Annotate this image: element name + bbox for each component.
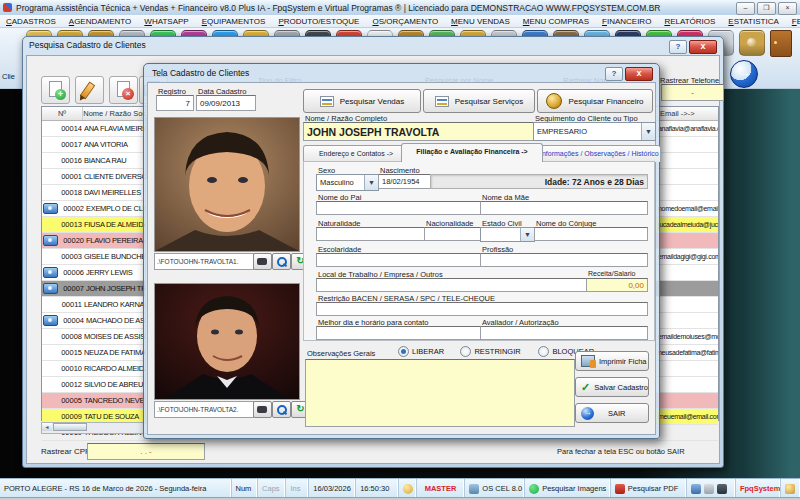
monitor-icon[interactable] [717, 484, 727, 494]
table-row[interactable]: 00016BIANCA RAU [42, 153, 154, 169]
sexo-combobox[interactable]: Masculino ▼ [316, 174, 379, 191]
contato-field[interactable] [316, 326, 482, 340]
new-record-button[interactable]: + [41, 76, 70, 104]
table-row[interactable]: 00002EXEMPLO DE CLIENTE [42, 201, 154, 217]
save-record-button[interactable]: ✓ Salvar Cadastro [575, 377, 649, 397]
track-cpf-input[interactable]: . . - [87, 443, 205, 460]
trabalho-field[interactable] [316, 278, 590, 292]
edit-record-button[interactable] [75, 76, 104, 104]
client-email[interactable] [656, 265, 718, 281]
menu-relat-rios[interactable]: RELATÓRIOS [664, 17, 715, 26]
naturalidade-field[interactable] [316, 227, 428, 241]
camera-button[interactable] [253, 253, 272, 270]
client-email[interactable]: nomedoemail@email.com.br [656, 201, 718, 217]
radio-restringir[interactable]: RESTRINGIR [460, 346, 520, 357]
dialog-close-button[interactable]: x [625, 67, 653, 81]
radio-liberar[interactable]: LIBERAR [398, 346, 444, 357]
table-row[interactable]: 00007JOHN JOSEPH TRAVOLTA [42, 281, 154, 297]
client-email[interactable] [656, 361, 718, 377]
menu-equipamentos[interactable]: EQUIPAMENTOS [202, 17, 266, 26]
zoom-photo-button[interactable] [272, 401, 291, 418]
client-email[interactable]: neusadefatima@fatima.com.br [656, 345, 718, 361]
conjuge-field[interactable] [534, 227, 648, 241]
segment-combobox[interactable]: EMPRESARIO ▼ [533, 122, 656, 141]
tab-1[interactable]: Filiação e Avaliação Financeira -> [401, 143, 543, 162]
client-email[interactable] [656, 233, 718, 249]
client-email[interactable]: anaflavia@anaflavia.com.br [656, 121, 718, 137]
table-row[interactable]: 00020FLAVIO PEREIRA QUADRA [42, 233, 154, 249]
table-row[interactable]: 00006JERRY LEWIS [42, 265, 154, 281]
avaliador-field[interactable] [480, 326, 648, 340]
menu-whatsapp[interactable]: WHATSAPP [144, 17, 188, 26]
client-email[interactable] [656, 153, 718, 169]
table-row[interactable]: 00008MOISES DE ASSIS [42, 329, 154, 345]
data-cadastro-field[interactable]: 09/09/2013 [196, 95, 256, 111]
client-email[interactable] [656, 393, 718, 409]
menu-os-or-amento[interactable]: OS/ORÇAMENTO [372, 17, 438, 26]
client-email[interactable] [656, 297, 718, 313]
search-images-button[interactable]: Pesquisar Imagens [525, 479, 611, 498]
table-row[interactable]: 00005TANCREDO NEVES [42, 393, 154, 409]
exit-door-icon[interactable] [770, 30, 792, 57]
client-email[interactable]: emaildemoiuses@moises.com.b [656, 329, 718, 345]
track-phone-input[interactable]: - [661, 84, 724, 101]
client-email[interactable] [656, 169, 718, 185]
chevron-down-icon[interactable]: ▼ [641, 123, 655, 140]
table-row[interactable]: 00015NEUZA DE FATIMA DA SIL [42, 345, 154, 361]
chevron-down-icon[interactable]: ▼ [364, 175, 378, 190]
table-row[interactable]: 00012SILVIO DE ABREU [42, 377, 154, 393]
estado-civil-combobox[interactable]: ▼ [480, 227, 535, 242]
menu-cadastros[interactable]: CADASTROS [6, 17, 56, 26]
go-arrow-button[interactable]: → [730, 60, 758, 88]
registro-field[interactable]: 7 [156, 95, 194, 111]
menu-menu-vendas[interactable]: MENU VENDAS [451, 17, 510, 26]
table-row[interactable]: 00001CLIENTE DIVERSOS [42, 169, 154, 185]
search-financial-button[interactable]: Pesquisar Financeiro [537, 89, 653, 113]
table-row[interactable]: 00004MACHADO DE ASSIS [42, 313, 154, 329]
nascimento-field[interactable]: 18/02/1954 [378, 174, 432, 189]
photo1-path-field[interactable]: .\FOTO\JOHN-TRAVOLTA1. [154, 253, 254, 270]
app-icon[interactable] [739, 30, 765, 56]
table-row[interactable]: 00011LEANDRO KARNAL [42, 297, 154, 313]
printer-icon[interactable] [704, 484, 714, 494]
client-email[interactable] [656, 425, 718, 441]
client-email[interactable] [656, 185, 718, 201]
folder-icon[interactable] [691, 484, 701, 494]
table-header[interactable]: Nº Nome / Razão Social [42, 107, 154, 121]
table-row[interactable]: 00018DAVI MEIRELLES [42, 185, 154, 201]
full-name-field[interactable]: JOHN JOSEPH TRAVOLTA [303, 122, 537, 141]
close-button[interactable]: × [778, 2, 797, 15]
tab-0[interactable]: Endereço e Contatos -> [303, 145, 409, 162]
restricao-field[interactable] [316, 302, 648, 316]
table-row[interactable]: 00014ANA FLAVIA MEIRELLES [42, 121, 154, 137]
tab-2[interactable]: Informações / Observações / Histórico [535, 145, 661, 162]
print-record-button[interactable]: Imprimir Ficha [575, 351, 649, 371]
client-email[interactable] [656, 281, 718, 297]
menu-financeiro[interactable]: FINANCEIRO [602, 17, 651, 26]
nacionalidade-field[interactable] [424, 227, 484, 241]
delete-record-button[interactable]: × [109, 76, 138, 104]
search-services-button[interactable]: Pesquisar Serviços [423, 89, 535, 113]
observacoes-textarea[interactable] [305, 359, 575, 427]
menu-estatistica[interactable]: ESTATISTICA [728, 17, 778, 26]
scroll-thumb[interactable] [53, 423, 87, 431]
menu-agendamento[interactable]: AGENDAMENTO [69, 17, 132, 26]
escolaridade-field[interactable] [316, 253, 482, 267]
menu-ferramentas[interactable]: FERRAMENTAS [792, 17, 800, 26]
table-row[interactable]: 00003GISELE BUNDCHEN [42, 249, 154, 265]
mae-field[interactable] [480, 201, 648, 215]
pai-field[interactable] [316, 201, 482, 215]
chevron-down-icon[interactable]: ▼ [520, 228, 534, 241]
client-email[interactable] [656, 313, 718, 329]
help-button[interactable]: ? [669, 40, 687, 54]
table-row[interactable]: 00010RICARDO ALMEIDA [42, 361, 154, 377]
client-email[interactable]: emaildagigi@gigi.com.br [656, 249, 718, 265]
menu-produto-estoque[interactable]: PRODUTO/ESTOQUE [278, 17, 359, 26]
exit-button[interactable]: → SAIR [575, 403, 649, 423]
table-horizontal-scrollbar[interactable]: ◄ [41, 422, 155, 434]
search-pdf-button[interactable]: Pesquisar PDF [611, 479, 687, 498]
maximize-button[interactable]: ❐ [757, 2, 776, 15]
dialog-help-button[interactable]: ? [605, 67, 623, 81]
minimize-button[interactable]: – [736, 2, 755, 15]
column-email[interactable]: Email ->-> [656, 107, 718, 121]
